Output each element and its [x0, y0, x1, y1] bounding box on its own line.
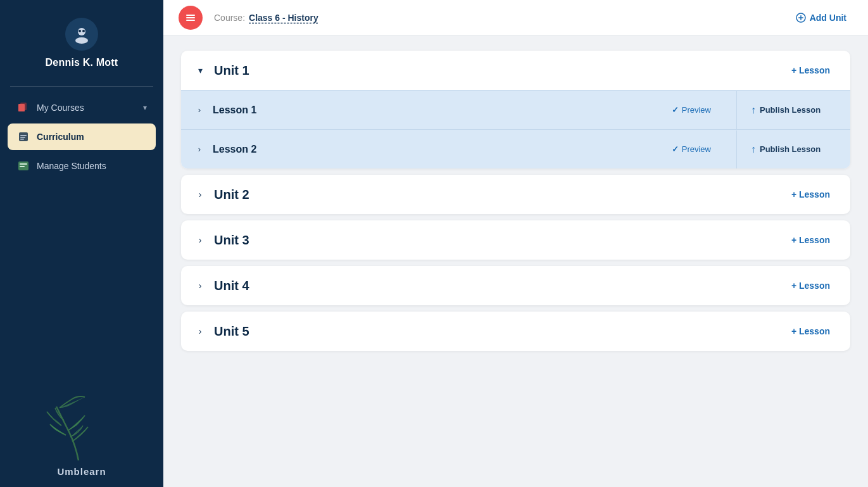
svg-point-3: [82, 30, 85, 32]
check-icon: ✓: [672, 144, 679, 154]
add-lesson-button-unit2[interactable]: + Lesson: [785, 186, 836, 203]
svg-rect-6: [18, 104, 25, 111]
check-icon: ✓: [672, 105, 679, 115]
unit-card-unit3: ›Unit 3+ Lesson: [181, 220, 850, 260]
svg-rect-8: [20, 135, 27, 136]
unit-card-unit4: ›Unit 4+ Lesson: [181, 266, 850, 305]
add-unit-button[interactable]: Add Unit: [789, 9, 853, 27]
sidebar: Dennis K. Mott My Courses ▾: [0, 0, 163, 487]
unit-header-unit3[interactable]: ›Unit 3+ Lesson: [181, 220, 850, 260]
svg-point-1: [75, 37, 88, 44]
unit-title-unit1: Unit 1: [214, 63, 785, 78]
publish-button-lesson1[interactable]: ↑ Publish Lesson: [736, 91, 850, 129]
course-name[interactable]: Class 6 - History: [249, 13, 318, 23]
menu-button[interactable]: [179, 6, 203, 30]
add-lesson-button-unit1[interactable]: + Lesson: [785, 62, 836, 79]
unit-header-unit4[interactable]: ›Unit 4+ Lesson: [181, 266, 850, 305]
svg-rect-13: [20, 166, 25, 167]
publish-label: Publish Lesson: [760, 105, 821, 115]
unit-card-unit2: ›Unit 2+ Lesson: [181, 175, 850, 214]
preview-button-lesson1[interactable]: ✓ Preview: [665, 102, 722, 118]
lesson-row-lesson1: ›Lesson 1✓ Preview↑ Publish Lesson: [181, 90, 850, 129]
sidebar-divider: [10, 86, 153, 87]
curriculum-icon: [16, 130, 30, 144]
preview-button-lesson2[interactable]: ✓ Preview: [665, 141, 722, 157]
unit-chevron-unit3: ›: [195, 235, 205, 245]
preview-label: Preview: [682, 105, 711, 115]
preview-label: Preview: [682, 144, 711, 154]
add-lesson-button-unit5[interactable]: + Lesson: [785, 323, 836, 339]
sidebar-item-label-curriculum: Curriculum: [37, 132, 84, 142]
topbar: Course: Class 6 - History Add Unit: [163, 0, 868, 35]
svg-rect-14: [186, 15, 195, 16]
chevron-down-icon: ▾: [143, 103, 147, 112]
unit-header-unit5[interactable]: ›Unit 5+ Lesson: [181, 312, 850, 351]
svg-point-2: [79, 30, 81, 32]
unit-card-unit5: ›Unit 5+ Lesson: [181, 312, 850, 351]
unit-chevron-unit2: ›: [195, 189, 205, 199]
svg-rect-10: [20, 139, 24, 140]
svg-rect-12: [20, 163, 27, 165]
unit-title-unit2: Unit 2: [214, 187, 785, 202]
sidebar-nav: My Courses ▾ Curriculum: [0, 94, 163, 179]
svg-rect-16: [186, 20, 195, 21]
add-lesson-button-unit3[interactable]: + Lesson: [785, 232, 836, 248]
svg-rect-9: [20, 137, 25, 138]
main-content: Course: Class 6 - History Add Unit ▾Unit…: [163, 0, 868, 487]
add-lesson-button-unit4[interactable]: + Lesson: [785, 277, 836, 294]
upload-icon: ↑: [751, 144, 756, 155]
topbar-right: Add Unit: [789, 9, 853, 27]
unit-title-unit5: Unit 5: [214, 324, 785, 339]
publish-button-lesson2[interactable]: ↑ Publish Lesson: [736, 130, 850, 168]
sidebar-item-manage-students[interactable]: Manage Students: [8, 153, 156, 179]
lesson-main-lesson1[interactable]: ›Lesson 1✓ Preview: [181, 91, 736, 129]
sidebar-footer: Umblearn: [0, 388, 163, 487]
lesson-title-lesson1: Lesson 1: [213, 104, 665, 116]
publish-label: Publish Lesson: [760, 144, 821, 154]
sidebar-header: Dennis K. Mott: [0, 0, 163, 79]
unit-card-unit1: ▾Unit 1+ Lesson›Lesson 1✓ Preview↑ Publi…: [181, 51, 850, 168]
sidebar-item-label-my-courses: My Courses: [37, 103, 84, 113]
sidebar-item-my-courses[interactable]: My Courses ▾: [8, 94, 156, 121]
sidebar-item-label-manage-students: Manage Students: [37, 161, 106, 171]
unit-header-unit1[interactable]: ▾Unit 1+ Lesson: [181, 51, 850, 90]
lesson-main-lesson2[interactable]: ›Lesson 2✓ Preview: [181, 130, 736, 168]
unit-title-unit4: Unit 4: [214, 279, 785, 293]
svg-rect-19: [798, 17, 803, 18]
unit-chevron-unit5: ›: [195, 326, 205, 336]
unit-header-unit2[interactable]: ›Unit 2+ Lesson: [181, 175, 850, 214]
units-area: ▾Unit 1+ Lesson›Lesson 1✓ Preview↑ Publi…: [163, 35, 868, 366]
lessons-area-unit1: ›Lesson 1✓ Preview↑ Publish Lesson›Lesso…: [181, 90, 850, 168]
sidebar-username: Dennis K. Mott: [46, 57, 118, 68]
avatar: [65, 18, 98, 51]
brand-label: Umblearn: [57, 466, 106, 477]
plant-decoration: [44, 394, 120, 464]
course-label: Course:: [214, 13, 245, 23]
unit-chevron-unit1: ▾: [195, 65, 205, 75]
lesson-title-lesson2: Lesson 2: [213, 144, 665, 155]
upload-icon: ↑: [751, 104, 756, 116]
unit-title-unit3: Unit 3: [214, 233, 785, 248]
lesson-chevron-lesson2: ›: [195, 144, 204, 154]
sidebar-item-curriculum[interactable]: Curriculum: [8, 123, 156, 150]
add-unit-label: Add Unit: [810, 13, 846, 23]
lesson-chevron-lesson1: ›: [195, 105, 204, 115]
unit-chevron-unit4: ›: [195, 281, 205, 291]
courses-icon: [16, 101, 30, 115]
students-icon: [16, 159, 30, 173]
svg-rect-15: [186, 17, 195, 18]
lesson-row-lesson2: ›Lesson 2✓ Preview↑ Publish Lesson: [181, 129, 850, 168]
